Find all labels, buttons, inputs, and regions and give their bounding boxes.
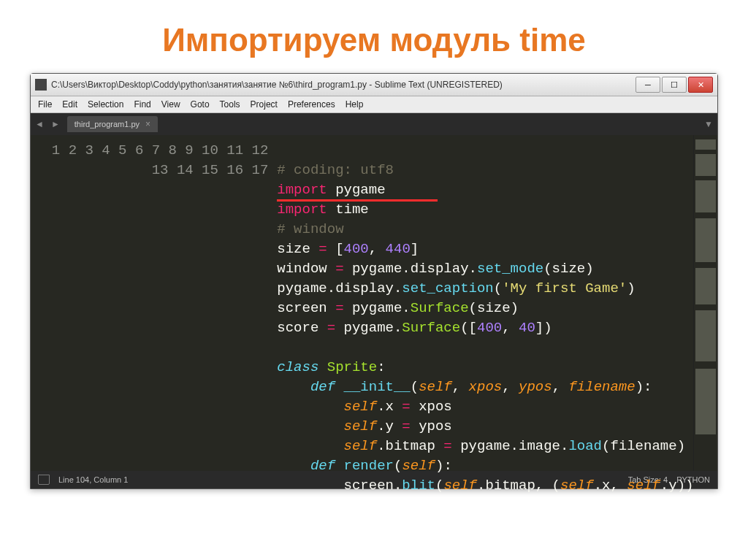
close-button[interactable]: ✕ [688,77,713,93]
menu-tools[interactable]: Tools [220,99,240,110]
code-area[interactable]: # coding: utf8 import pygame import time… [277,135,693,471]
app-icon [35,79,47,91]
menu-view[interactable]: View [161,99,180,110]
line-gutter: 1 2 3 4 5 6 7 8 9 10 11 12 13 14 15 16 1… [31,135,277,471]
titlebar[interactable]: C:\Users\Виктор\Desktop\Coddy\python\зан… [31,74,717,96]
menu-preferences[interactable]: Preferences [288,99,335,110]
nav-forward-icon[interactable]: ► [51,119,60,129]
tabbar: ◄ ► third_program1.py × ▼ [31,113,717,135]
menu-goto[interactable]: Goto [191,99,210,110]
maximize-button[interactable]: ☐ [662,77,687,93]
minimap[interactable] [693,135,717,471]
menu-file[interactable]: File [38,99,52,110]
menu-help[interactable]: Help [346,99,364,110]
file-tab[interactable]: third_program1.py × [67,116,158,132]
app-window: C:\Users\Виктор\Desktop\Coddy\python\зан… [30,73,718,489]
tab-close-icon[interactable]: × [145,119,150,129]
code-editor[interactable]: 1 2 3 4 5 6 7 8 9 10 11 12 13 14 15 16 1… [31,135,717,471]
highlight-underline [277,199,438,202]
menu-project[interactable]: Project [251,99,278,110]
slide-title: Импортируем модуль time [29,22,719,58]
tab-label: third_program1.py [75,120,140,129]
menu-selection[interactable]: Selection [88,99,123,110]
panel-icon[interactable] [38,475,50,485]
tab-dropdown-icon[interactable]: ▼ [704,119,713,129]
minimize-button[interactable]: ─ [636,77,660,93]
cursor-position: Line 104, Column 1 [58,475,128,484]
menu-edit[interactable]: Edit [62,99,77,110]
nav-back-icon[interactable]: ◄ [35,119,44,129]
menu-find[interactable]: Find [134,99,150,110]
window-title: C:\Users\Виктор\Desktop\Coddy\python\зан… [51,80,636,90]
menubar: File Edit Selection Find View Goto Tools… [31,96,717,113]
